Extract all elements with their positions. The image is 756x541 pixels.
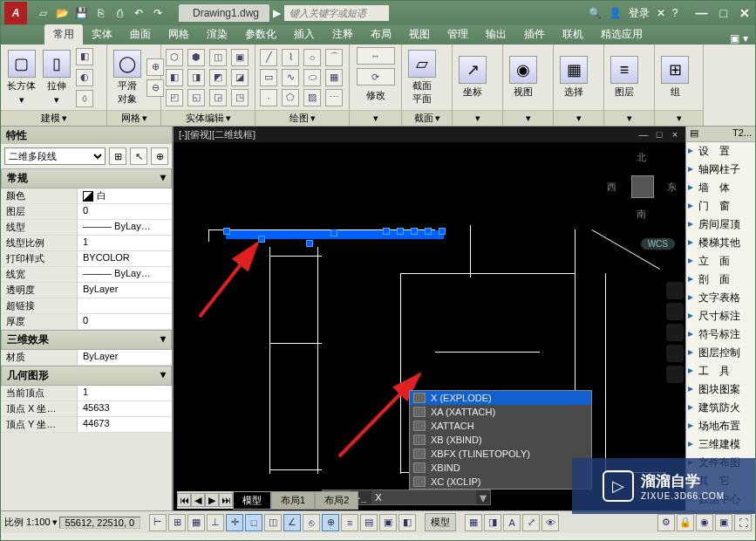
- ribbon-tab-insert[interactable]: 插入: [285, 24, 324, 45]
- ribbon-tab-render[interactable]: 渲染: [198, 24, 236, 45]
- solidedit-icon[interactable]: ⬢: [187, 49, 205, 66]
- property-value[interactable]: ByLayer: [78, 283, 172, 298]
- wcs-indicator[interactable]: WCS: [641, 238, 675, 250]
- group-button[interactable]: ⊞组: [659, 54, 691, 100]
- viewcube-west[interactable]: 西: [607, 181, 616, 194]
- qat-undo-icon[interactable]: ↶: [132, 6, 146, 20]
- tool-palette-item[interactable]: 工 具: [686, 362, 755, 380]
- ribbon-tab-plugins[interactable]: 插件: [515, 24, 554, 45]
- solidedit-icon[interactable]: ◲: [209, 89, 227, 106]
- draw-region-icon[interactable]: ▨: [303, 89, 321, 106]
- panel-title-section[interactable]: 截面 ▾: [402, 110, 452, 126]
- tpy-icon[interactable]: ▤: [360, 514, 378, 531]
- panel-title-modeling[interactable]: 建模 ▾: [1, 110, 106, 126]
- property-row[interactable]: 超链接: [1, 298, 172, 314]
- panel-title-coord[interactable]: ▾: [453, 110, 502, 126]
- tool-palette-item[interactable]: 符号标注: [686, 325, 755, 344]
- tool-palette-item[interactable]: 图层控制: [686, 344, 755, 362]
- panel-title-modify[interactable]: ▾: [350, 110, 401, 126]
- select-button[interactable]: ▦选择: [558, 54, 589, 100]
- grid-icon[interactable]: ▦: [187, 514, 205, 531]
- tool-palette-item[interactable]: 门 窗: [686, 197, 755, 216]
- modify-rotate-icon[interactable]: ⟳: [357, 68, 395, 86]
- layout-nav-next-icon[interactable]: ▶: [205, 493, 219, 507]
- scale-dropdown-icon[interactable]: ▾: [52, 517, 58, 528]
- solidedit-icon[interactable]: ◪: [231, 69, 249, 86]
- ribbon-tools-icon[interactable]: ▣: [730, 32, 739, 45]
- autocomplete-item[interactable]: XC (XCLIP): [410, 475, 591, 489]
- ortho-icon[interactable]: ⊥: [207, 514, 224, 531]
- autocomplete-item[interactable]: XATTACH: [410, 419, 591, 433]
- viewcube-south[interactable]: 南: [637, 208, 646, 221]
- property-value[interactable]: [78, 298, 172, 313]
- login-button[interactable]: 登录: [629, 6, 650, 21]
- close-icon[interactable]: ✕: [739, 6, 750, 20]
- tool-palette-item[interactable]: 设 置: [686, 142, 755, 161]
- view-cube[interactable]: 北 东 南 西: [607, 151, 677, 221]
- sb-scale-icon[interactable]: ⤢: [522, 514, 540, 531]
- lwt-icon[interactable]: ≡: [341, 514, 358, 531]
- draw-more-icon[interactable]: ⋯: [325, 89, 343, 106]
- properties-header[interactable]: 特性: [1, 127, 172, 144]
- section-3d-header[interactable]: 三维效果▾: [1, 330, 172, 350]
- ucs-button[interactable]: ↗坐标: [457, 54, 488, 100]
- autocomplete-item[interactable]: XBFX (TLINETOPOLY): [410, 447, 591, 461]
- qp-icon[interactable]: ▣: [379, 514, 397, 531]
- view-button[interactable]: ◉视图: [507, 54, 539, 100]
- viewport-maximize-icon[interactable]: □: [654, 129, 664, 140]
- autocomplete-item[interactable]: XB (XBIND): [410, 433, 591, 447]
- draw-polygon-icon[interactable]: ⬠: [282, 89, 299, 106]
- otrack-icon[interactable]: ∠: [283, 514, 301, 531]
- nav-zoom-icon[interactable]: [666, 324, 684, 341]
- property-row[interactable]: 顶点 Y 坐…44673: [1, 417, 172, 433]
- section-geom-header[interactable]: 几何图形▾: [1, 366, 172, 386]
- property-value[interactable]: ——— ByLay…: [78, 220, 172, 235]
- property-row[interactable]: 图层0: [1, 204, 172, 220]
- tool-palette-item[interactable]: 场地布置: [686, 417, 755, 435]
- property-value[interactable]: 0: [78, 204, 172, 219]
- draw-poly-icon[interactable]: ⌇: [282, 49, 299, 66]
- tool-palette-item[interactable]: 剖 面: [686, 270, 755, 289]
- viewport-close-icon[interactable]: ×: [670, 129, 680, 140]
- property-value[interactable]: 白: [78, 188, 172, 203]
- property-value[interactable]: 44673: [78, 417, 172, 432]
- solidedit-icon[interactable]: ◫: [209, 49, 227, 66]
- sb-vis-icon[interactable]: 👁: [541, 514, 559, 531]
- property-value[interactable]: 0: [78, 314, 172, 329]
- ribbon-tab-output[interactable]: 输出: [477, 24, 515, 45]
- scale-label[interactable]: 比例 1:100: [4, 516, 51, 529]
- nav-wheel-icon[interactable]: [666, 282, 684, 299]
- solidedit-icon[interactable]: ◳: [231, 89, 249, 106]
- nav-pan-icon[interactable]: [666, 303, 684, 320]
- layout-nav-first-icon[interactable]: ⏮: [177, 493, 191, 507]
- autocomplete-item[interactable]: X (EXPLODE): [410, 391, 591, 405]
- property-row[interactable]: 顶点 X 坐…45633: [1, 401, 172, 417]
- property-row[interactable]: 线型比例1: [1, 236, 172, 251]
- tool-palette-item[interactable]: 墙 体: [686, 179, 755, 197]
- panel-title-mesh[interactable]: 网格 ▾: [107, 110, 160, 126]
- property-value[interactable]: 45633: [78, 401, 172, 416]
- tool-palette-item[interactable]: 房间屋顶: [686, 216, 755, 234]
- draw-hatch-icon[interactable]: ▦: [325, 69, 343, 86]
- snap-icon[interactable]: ⊞: [168, 514, 186, 531]
- minimize-icon[interactable]: —: [696, 6, 708, 20]
- property-value[interactable]: ——— ByLay…: [78, 267, 172, 282]
- section-general-header[interactable]: 常规▾: [1, 168, 172, 188]
- property-value[interactable]: BYCOLOR: [78, 251, 172, 266]
- draw-circle-icon[interactable]: ○: [303, 49, 321, 66]
- tool-palette-item[interactable]: 建筑防火: [686, 399, 755, 417]
- qat-new-icon[interactable]: ▱: [36, 6, 50, 20]
- solidedit-icon[interactable]: ▣: [231, 49, 249, 66]
- panel-title-view[interactable]: ▾: [503, 110, 553, 126]
- viewcube-face[interactable]: [631, 175, 654, 198]
- model-space-button[interactable]: 模型: [425, 513, 456, 531]
- layout-nav-prev-icon[interactable]: ◀: [191, 493, 205, 507]
- nav-showmotion-icon[interactable]: [666, 366, 684, 383]
- draw-ellipse-icon[interactable]: ⬭: [303, 69, 321, 86]
- tool-palette-item[interactable]: 图块图案: [686, 380, 755, 399]
- dyn-icon[interactable]: ⊕: [322, 514, 339, 531]
- solidedit-icon[interactable]: ◩: [209, 69, 227, 86]
- sweep-icon[interactable]: ◊: [76, 90, 93, 107]
- layout-tab-2[interactable]: 布局2: [315, 491, 358, 510]
- nav-orbit-icon[interactable]: [666, 345, 684, 362]
